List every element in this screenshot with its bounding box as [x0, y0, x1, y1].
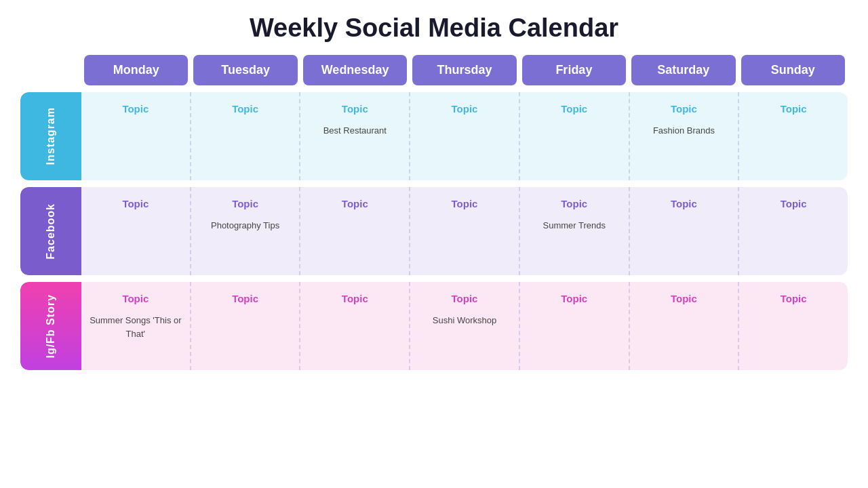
cell-2-6: Topic [739, 282, 848, 370]
section-cells-0: TopicTopicTopicBest RestaurantTopicTopic… [81, 92, 848, 180]
day-header-sunday: Sunday [741, 55, 845, 85]
cell-2-4: Topic [520, 282, 630, 370]
cell-topic-2-4: Topic [561, 293, 587, 304]
cell-1-6: Topic [739, 187, 848, 275]
section-name-0: Instagram [45, 107, 57, 165]
cell-topic-2-0: Topic [122, 293, 149, 304]
cell-topic-1-3: Topic [452, 198, 478, 209]
cell-1-1: TopicPhotography Tips [191, 187, 301, 275]
cell-topic-0-1: Topic [232, 103, 258, 115]
cell-content-1-1: Photography Tips [211, 219, 279, 232]
day-header-monday: Monday [84, 55, 188, 85]
section-cells-1: TopicTopicPhotography TipsTopicTopicTopi… [81, 187, 848, 275]
cell-1-4: TopicSummer Trends [520, 187, 630, 275]
cell-topic-0-0: Topic [122, 103, 149, 115]
section-name-1: Facebook [45, 203, 57, 260]
section-row-igfbstory: Ig/Fb StoryTopicSummer Songs 'This or Th… [20, 282, 848, 370]
cell-topic-2-5: Topic [671, 293, 697, 304]
cell-topic-1-1: Topic [232, 198, 258, 209]
cell-0-3: Topic [410, 92, 520, 180]
section-cells-2: TopicSummer Songs 'This or That'TopicTop… [81, 282, 848, 370]
section-label-0: Instagram [20, 92, 81, 180]
cell-topic-0-2: Topic [342, 103, 368, 115]
cell-2-5: Topic [630, 282, 740, 370]
day-header-saturday: Saturday [631, 55, 735, 85]
cell-topic-2-2: Topic [342, 293, 368, 304]
cell-topic-0-4: Topic [561, 103, 587, 115]
cell-topic-1-2: Topic [342, 198, 368, 209]
cell-content-2-0: Summer Songs 'This or That' [88, 314, 183, 340]
cell-0-2: TopicBest Restaurant [300, 92, 410, 180]
section-name-2: Ig/Fb Story [45, 294, 57, 359]
cell-topic-2-3: Topic [452, 293, 478, 304]
section-row-instagram: InstagramTopicTopicTopicBest RestaurantT… [20, 92, 848, 180]
cell-topic-1-6: Topic [781, 198, 807, 209]
section-row-facebook: FacebookTopicTopicPhotography TipsTopicT… [20, 187, 848, 275]
cell-0-5: TopicFashion Brands [630, 92, 740, 180]
cell-1-0: Topic [81, 187, 191, 275]
cell-0-4: Topic [520, 92, 630, 180]
day-header-thursday: Thursday [412, 55, 516, 85]
cell-content-1-4: Summer Trends [542, 219, 605, 232]
cell-1-5: Topic [630, 187, 740, 275]
page-title: Weekly Social Media Calendar [250, 14, 618, 43]
section-label-1: Facebook [20, 187, 81, 275]
cell-content-2-3: Sushi Workshop [433, 314, 496, 327]
day-header-tuesday: Tuesday [193, 55, 297, 85]
cell-1-3: Topic [410, 187, 520, 275]
cell-2-3: TopicSushi Workshop [410, 282, 520, 370]
cell-topic-2-6: Topic [781, 293, 807, 304]
cell-topic-2-1: Topic [232, 293, 258, 304]
cell-2-0: TopicSummer Songs 'This or That' [81, 282, 191, 370]
cell-topic-1-5: Topic [671, 198, 697, 209]
cell-topic-0-3: Topic [452, 103, 478, 115]
section-label-2: Ig/Fb Story [20, 282, 81, 370]
day-header-friday: Friday [522, 55, 626, 85]
cell-2-1: Topic [191, 282, 301, 370]
cell-topic-1-4: Topic [561, 198, 587, 209]
cell-content-0-2: Best Restaurant [323, 124, 387, 138]
cell-0-1: Topic [191, 92, 301, 180]
cell-content-0-5: Fashion Brands [653, 124, 715, 138]
day-header-wednesday: Wednesday [303, 55, 407, 85]
cell-1-2: Topic [300, 187, 410, 275]
header-row: MondayTuesdayWednesdayThursdayFridaySatu… [81, 55, 848, 85]
cell-topic-0-5: Topic [671, 103, 697, 115]
cell-topic-0-6: Topic [781, 103, 807, 115]
cell-2-2: Topic [300, 282, 410, 370]
cell-0-6: Topic [739, 92, 848, 180]
cell-topic-1-0: Topic [122, 198, 149, 209]
cell-0-0: Topic [81, 92, 191, 180]
calendar-wrapper: MondayTuesdayWednesdayThursdayFridaySatu… [20, 55, 848, 370]
